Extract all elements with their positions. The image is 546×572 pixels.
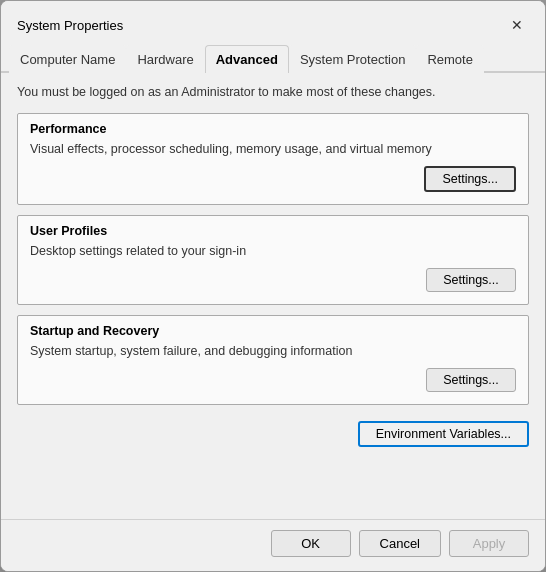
cancel-button[interactable]: Cancel xyxy=(359,530,441,557)
user-profiles-settings-button[interactable]: Settings... xyxy=(426,268,516,292)
performance-section: Performance Visual effects, processor sc… xyxy=(17,113,529,205)
startup-recovery-btn-row: Settings... xyxy=(30,368,516,392)
performance-title: Performance xyxy=(30,122,516,136)
environment-variables-button[interactable]: Environment Variables... xyxy=(358,421,529,447)
performance-btn-row: Settings... xyxy=(30,166,516,192)
apply-button[interactable]: Apply xyxy=(449,530,529,557)
close-button[interactable]: ✕ xyxy=(505,13,529,37)
title-bar: System Properties ✕ xyxy=(1,1,545,45)
admin-notice: You must be logged on as an Administrato… xyxy=(17,85,529,99)
tab-hardware[interactable]: Hardware xyxy=(126,45,204,73)
tab-remote[interactable]: Remote xyxy=(416,45,484,73)
footer: OK Cancel Apply xyxy=(1,519,545,571)
user-profiles-desc: Desktop settings related to your sign-in xyxy=(30,244,516,258)
tab-system-protection[interactable]: System Protection xyxy=(289,45,417,73)
startup-recovery-title: Startup and Recovery xyxy=(30,324,516,338)
tab-content: You must be logged on as an Administrato… xyxy=(1,73,545,519)
startup-recovery-section: Startup and Recovery System startup, sys… xyxy=(17,315,529,405)
performance-settings-button[interactable]: Settings... xyxy=(424,166,516,192)
startup-recovery-desc: System startup, system failure, and debu… xyxy=(30,344,516,358)
system-properties-window: System Properties ✕ Computer Name Hardwa… xyxy=(0,0,546,572)
performance-desc: Visual effects, processor scheduling, me… xyxy=(30,142,516,156)
env-vars-row: Environment Variables... xyxy=(17,421,529,447)
user-profiles-btn-row: Settings... xyxy=(30,268,516,292)
startup-recovery-settings-button[interactable]: Settings... xyxy=(426,368,516,392)
user-profiles-section: User Profiles Desktop settings related t… xyxy=(17,215,529,305)
window-title: System Properties xyxy=(17,18,123,33)
ok-button[interactable]: OK xyxy=(271,530,351,557)
tab-computer-name[interactable]: Computer Name xyxy=(9,45,126,73)
tabs-container: Computer Name Hardware Advanced System P… xyxy=(1,45,545,73)
user-profiles-title: User Profiles xyxy=(30,224,516,238)
tab-advanced[interactable]: Advanced xyxy=(205,45,289,73)
